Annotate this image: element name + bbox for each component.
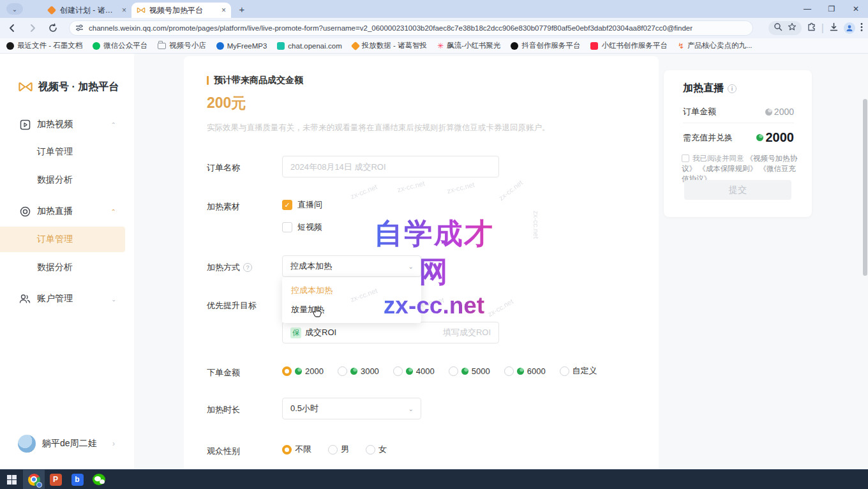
back-icon[interactable] [4, 20, 20, 36]
sidebar-item-heat-live[interactable]: 加热直播 ⌃ [0, 199, 134, 224]
bookmark-xhs-creator[interactable]: 小红书创作服务平台 [590, 41, 668, 50]
bookmark-channels-shop[interactable]: 视频号小店 [158, 41, 206, 50]
sidebar-item-video-orders[interactable]: 订单管理 [0, 139, 125, 165]
method-dropdown: 控成本加热 放量加热 [282, 277, 421, 323]
new-tab-button[interactable]: + [236, 4, 248, 15]
bookmark-product-points[interactable]: ↯产品核心卖点的九... [678, 41, 752, 50]
radio-selected-icon[interactable] [282, 366, 292, 376]
tab-close-icon[interactable]: × [221, 6, 226, 14]
bookmark-wechat-mp[interactable]: 微信公众平台 [93, 41, 147, 50]
order-amount-value: 2000 [774, 107, 794, 117]
method-option-volume[interactable]: 放量加热 [282, 300, 421, 319]
gender-option-any[interactable]: 不限 [282, 444, 311, 455]
window-minimize-button[interactable]: — [795, 0, 819, 18]
radio-icon[interactable] [366, 445, 375, 455]
chevron-down-icon: ⌄ [408, 263, 414, 270]
bookmark-zhuge-data[interactable]: 投放数据 - 诸葛智投 [352, 41, 427, 50]
downloads-icon[interactable] [829, 22, 839, 34]
radio-icon[interactable] [338, 366, 347, 376]
avatar [18, 435, 36, 453]
scrollbar[interactable] [863, 99, 867, 276]
gender-option-female[interactable]: 女 [366, 444, 387, 455]
recharge-value: 2000 [766, 130, 795, 145]
checkbox-unchecked-icon[interactable] [282, 222, 292, 232]
wechat-icon [93, 474, 105, 485]
radio-icon[interactable] [504, 366, 514, 376]
sidebar-item-account[interactable]: 账户管理 ⌃ [0, 286, 134, 312]
xhs-favicon [590, 42, 598, 50]
budget-option-6000[interactable]: 6000 [504, 366, 546, 376]
bookmark-star-icon[interactable] [788, 22, 797, 34]
recharge-label: 需充值并兑换 [683, 132, 733, 144]
submit-button[interactable]: 提交 [684, 180, 791, 200]
forward-icon[interactable] [24, 20, 41, 36]
order-name-input[interactable] [282, 156, 499, 177]
address-bar[interactable]: channels.weixin.qq.com/promote/pages/pla… [69, 20, 753, 36]
extensions-icon[interactable] [807, 22, 816, 34]
radio-selected-icon[interactable] [282, 445, 292, 455]
radio-icon[interactable] [393, 366, 403, 376]
sidebar-item-heat-video[interactable]: 加热视频 ⌃ [0, 112, 134, 137]
gender-label: 观众性别 [207, 446, 240, 457]
budget-option-custom[interactable]: 自定义 [560, 365, 597, 377]
site-settings-icon[interactable] [75, 24, 84, 33]
taskbar-chrome[interactable] [23, 470, 45, 489]
info-icon[interactable]: i [728, 84, 737, 93]
tab-close-icon[interactable]: × [122, 6, 126, 14]
material-option-live[interactable]: ✓ 直播间 [282, 199, 322, 211]
duration-select[interactable]: 0.5小时 ⌄ [282, 398, 421, 419]
link-cost-rules[interactable]: 《成本保障规则》 [698, 165, 757, 172]
method-option-cost-control[interactable]: 控成本加热 [282, 281, 421, 300]
estimate-title: 预计带来商品成交金额 [214, 75, 303, 86]
window-close-button[interactable]: ✕ [844, 0, 868, 18]
sidebar-item-live-orders[interactable]: 订单管理 [0, 227, 125, 252]
start-button[interactable] [0, 470, 23, 489]
summary-card: 加热直播 i 订单金额 2000 需充值并兑换 2000 我已阅读并同意 《视频… [664, 70, 812, 217]
tab-search-button[interactable]: ⌄ [6, 3, 23, 15]
budget-options: 2000 3000 4000 5000 6000 自定义 [282, 365, 597, 377]
gender-option-male[interactable]: 男 [328, 444, 349, 455]
agreement-checkbox[interactable] [682, 154, 689, 162]
target-roi-field[interactable]: 保 成交ROI 填写成交ROI [282, 322, 499, 343]
budget-option-3000[interactable]: 3000 [338, 366, 379, 376]
chevron-up-icon: ⌃ [111, 208, 116, 215]
taskbar-ppt[interactable]: P [45, 470, 66, 489]
chevron-down-icon: ⌃ [111, 296, 116, 303]
zoom-icon[interactable] [774, 22, 782, 34]
radio-icon[interactable] [560, 366, 569, 376]
budget-option-4000[interactable]: 4000 [393, 366, 435, 376]
channels-logo-icon [18, 79, 33, 94]
radio-icon[interactable] [449, 366, 458, 376]
radio-icon[interactable] [328, 445, 338, 455]
chrome-profile-badge [36, 482, 42, 488]
browser-titlebar: ⌄ 创建计划 - 诸葛智投 × 视频号加热平台 × + — ❐ ✕ [0, 0, 868, 18]
order-name-label: 订单名称 [207, 162, 240, 174]
zoom-chip[interactable] [768, 21, 802, 35]
budget-option-2000[interactable]: 2000 [282, 366, 324, 376]
sidebar-item-live-analytics[interactable]: 数据分析 [0, 255, 125, 280]
target-placeholder: 填写成交ROI [443, 327, 491, 338]
tab-inactive[interactable]: 创建计划 - 诸葛智投 × [42, 3, 131, 18]
netdisk-icon: b [71, 474, 84, 486]
budget-option-5000[interactable]: 5000 [449, 366, 490, 376]
sidebar-item-video-analytics[interactable]: 数据分析 [0, 167, 125, 193]
menu-kebab-icon[interactable] [860, 22, 863, 34]
bookmark-douyin[interactable]: 抖音创作服务平台 [511, 41, 580, 50]
help-icon[interactable]: ? [243, 263, 252, 272]
bookmark-xhs-jg[interactable]: ✳飙流-小红书聚光 [437, 41, 500, 50]
bookmark-myfreemp3[interactable]: MyFreeMP3 [216, 42, 267, 50]
bookmark-shimo[interactable]: 最近文件 - 石墨文档 [6, 41, 82, 50]
checkbox-checked-icon[interactable]: ✓ [282, 200, 292, 210]
agreement-prefix: 我已阅读并同意 [692, 154, 744, 162]
material-option-short-video[interactable]: 短视频 [282, 222, 322, 233]
sidebar-user[interactable]: 躺平de周二娃 › [0, 435, 134, 453]
window-restore-button[interactable]: ❐ [819, 0, 844, 18]
taskbar-wechat[interactable] [88, 470, 110, 489]
method-select[interactable]: 控成本加热 ⌄ [282, 255, 421, 277]
chevron-right-icon: › [112, 439, 115, 448]
tab-active[interactable]: 视频号加热平台 × [131, 3, 231, 18]
bookmark-openai[interactable]: chat.openai.com [277, 42, 341, 50]
profile-avatar-icon[interactable] [844, 22, 855, 34]
reload-icon[interactable] [45, 20, 61, 36]
taskbar-baidu-pan[interactable]: b [66, 470, 88, 489]
